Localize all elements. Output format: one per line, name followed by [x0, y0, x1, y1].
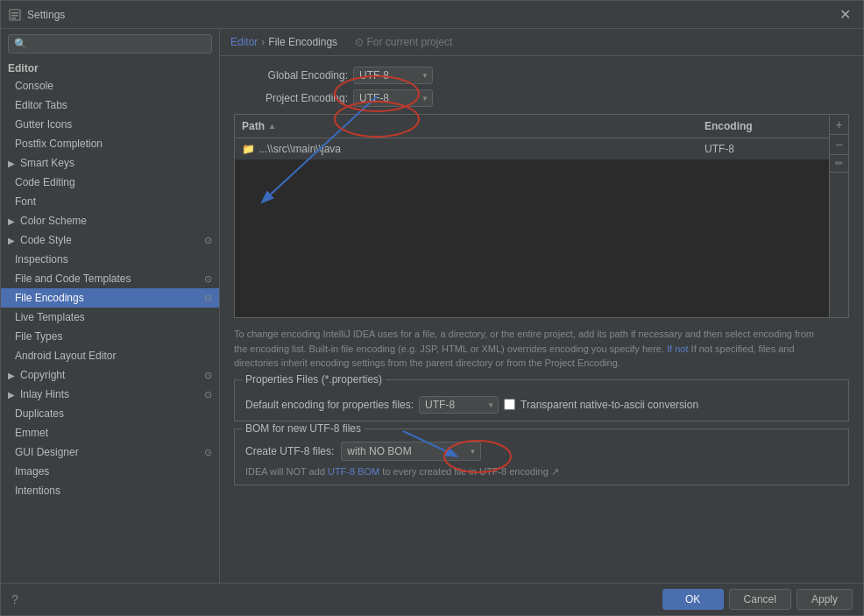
file-and-code-templates-label: File and Code Templates: [15, 273, 131, 285]
edit-path-button[interactable]: ✏: [830, 155, 848, 173]
encoding-table: Path ▲ Encoding 📁 ...\\src\\main\\java U…: [235, 115, 829, 317]
col-path-header[interactable]: Path ▲: [235, 118, 698, 134]
sidebar-item-gui-designer[interactable]: GUI Designer ⊙: [1, 443, 219, 462]
sidebar-item-gutter-icons[interactable]: Gutter Icons: [1, 115, 219, 134]
global-encoding-select[interactable]: UTF-8 ISO-8859-1 US-ASCII: [353, 67, 433, 84]
sidebar-item-duplicates[interactable]: Duplicates: [1, 404, 219, 423]
gutter-icons-label: Gutter Icons: [15, 118, 72, 131]
images-label: Images: [15, 465, 49, 478]
transparent-conversion-row: Transparent native-to-ascii conversion: [504, 399, 698, 411]
inlay-hints-label: Inlay Hints: [20, 388, 69, 400]
breadcrumb-separator: ›: [261, 36, 265, 48]
smart-keys-label: Smart Keys: [20, 157, 74, 169]
sidebar-item-copyright[interactable]: ▶ Copyright ⊙: [1, 365, 219, 385]
settings-icon: [8, 8, 22, 22]
sidebar-item-editor-tabs[interactable]: Editor Tabs: [1, 96, 219, 115]
col-encoding-header[interactable]: Encoding: [698, 118, 829, 134]
inspections-label: Inspections: [15, 253, 68, 266]
smart-keys-arrow: ▶: [8, 159, 17, 168]
sidebar: Editor Console Editor Tabs Gutter Icons …: [1, 29, 220, 583]
code-editing-label: Code Editing: [15, 176, 75, 188]
table-header: Path ▲ Encoding: [235, 115, 829, 138]
sidebar-item-code-editing[interactable]: Code Editing: [1, 173, 219, 192]
svg-rect-2: [11, 15, 18, 17]
sidebar-item-postfix-completion[interactable]: Postfix Completion: [1, 134, 219, 153]
bom-create-label: Create UTF-8 files:: [245, 445, 334, 457]
copyright-arrow: ▶: [8, 371, 17, 380]
path-sort-icon: ▲: [268, 122, 276, 131]
dialog-content: Editor Console Editor Tabs Gutter Icons …: [1, 29, 863, 583]
properties-section: Properties Files (*.properties) Default …: [234, 379, 849, 421]
sidebar-item-color-scheme[interactable]: ▶ Color Scheme: [1, 211, 219, 230]
sidebar-item-file-encodings[interactable]: File Encodings ⊙: [1, 288, 219, 308]
live-templates-label: Live Templates: [15, 311, 85, 323]
add-path-button[interactable]: +: [830, 115, 848, 135]
file-code-templates-settings-icon: ⊙: [204, 273, 212, 285]
sidebar-item-android-layout-editor[interactable]: Android Layout Editor: [1, 346, 219, 365]
table-row[interactable]: 📁 ...\\src\\main\\java UTF-8: [235, 138, 829, 159]
gui-designer-label: GUI Designer: [15, 446, 79, 458]
file-encodings-label: File Encodings: [15, 292, 84, 304]
file-types-label: File Types: [15, 330, 62, 343]
main-content-area: Editor › File Encodings ⊙ For current pr…: [220, 29, 863, 583]
folder-icon: 📁: [242, 143, 255, 155]
properties-encoding-row: Default encoding for properties files: U…: [245, 396, 838, 414]
help-button[interactable]: ?: [11, 592, 18, 606]
apply-button[interactable]: Apply: [797, 589, 853, 610]
transparent-conversion-checkbox[interactable]: [504, 399, 515, 410]
properties-encoding-select-wrapper: UTF-8 ISO-8859-1: [419, 396, 499, 414]
code-style-label: Code Style: [20, 234, 72, 246]
row-encoding: UTF-8: [698, 140, 829, 158]
sidebar-item-intentions[interactable]: Intentions: [1, 481, 219, 500]
project-encoding-select[interactable]: UTF-8 ISO-8859-1 US-ASCII: [353, 89, 433, 107]
sidebar-item-live-templates[interactable]: Live Templates: [1, 308, 219, 327]
content-area: Global Encoding: UTF-8 ISO-8859-1 US-ASC…: [220, 56, 863, 583]
remove-path-button[interactable]: −: [830, 135, 848, 155]
row-path: 📁 ...\\src\\main\\java: [235, 140, 698, 158]
color-scheme-arrow: ▶: [8, 216, 17, 226]
editor-section-label: Editor: [1, 59, 219, 76]
properties-encoding-select[interactable]: UTF-8 ISO-8859-1: [419, 396, 499, 414]
sidebar-item-file-and-code-templates[interactable]: File and Code Templates ⊙: [1, 269, 219, 288]
cancel-button[interactable]: Cancel: [729, 589, 791, 610]
project-encoding-label: Project Encoding:: [234, 92, 348, 104]
description-link[interactable]: If not: [667, 343, 688, 354]
sidebar-item-inspections[interactable]: Inspections: [1, 250, 219, 269]
inlay-hints-arrow: ▶: [8, 390, 17, 400]
bom-utf8-link[interactable]: UTF-8 BOM: [328, 466, 379, 477]
svg-rect-3: [11, 18, 16, 19]
breadcrumb-parent[interactable]: Editor: [230, 36, 258, 48]
intentions-label: Intentions: [15, 485, 60, 497]
code-style-settings-icon: ⊙: [204, 235, 212, 246]
emmet-label: Emmet: [15, 427, 48, 439]
sidebar-item-code-style[interactable]: ▶ Code Style ⊙: [1, 230, 219, 250]
search-input[interactable]: [8, 34, 212, 53]
bom-create-select[interactable]: with NO BOM with BOM with BOM if needed: [341, 442, 481, 461]
breadcrumb-project-link[interactable]: ⊙ For current project: [355, 36, 452, 48]
global-encoding-select-wrapper: UTF-8 ISO-8859-1 US-ASCII: [353, 67, 433, 84]
breadcrumb-current: File Encodings: [268, 36, 337, 48]
breadcrumb: Editor › File Encodings ⊙ For current pr…: [220, 29, 863, 56]
console-label: Console: [15, 80, 53, 92]
sidebar-item-file-types[interactable]: File Types: [1, 327, 219, 346]
sidebar-item-smart-keys[interactable]: ▶ Smart Keys: [1, 153, 219, 173]
transparent-conversion-label: Transparent native-to-ascii conversion: [521, 399, 698, 411]
global-encoding-label: Global Encoding:: [234, 69, 348, 81]
table-empty-area: [235, 159, 829, 317]
ok-button[interactable]: OK: [662, 589, 724, 610]
sidebar-item-inlay-hints[interactable]: ▶ Inlay Hints ⊙: [1, 385, 219, 404]
table-side-buttons: + − ✏: [829, 115, 848, 317]
svg-rect-1: [11, 12, 18, 14]
window-title: Settings: [27, 9, 834, 21]
sidebar-item-emmet[interactable]: Emmet: [1, 423, 219, 443]
sidebar-item-font[interactable]: Font: [1, 192, 219, 211]
project-encoding-select-wrapper: UTF-8 ISO-8859-1 US-ASCII: [353, 89, 433, 107]
sidebar-item-images[interactable]: Images: [1, 462, 219, 481]
close-button[interactable]: ✕: [834, 4, 856, 25]
settings-dialog: Settings ✕ Editor Console Editor Tabs Gu…: [0, 0, 864, 616]
sidebar-item-console[interactable]: Console: [1, 76, 219, 96]
code-style-arrow: ▶: [8, 236, 17, 245]
properties-encoding-label: Default encoding for properties files:: [245, 399, 414, 411]
copyright-label: Copyright: [20, 369, 65, 381]
file-encodings-settings-icon: ⊙: [204, 293, 212, 304]
